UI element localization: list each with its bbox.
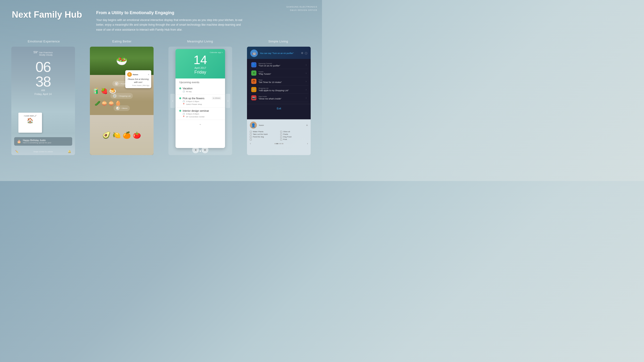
food-list-btn[interactable]: 📋 + Food List [112,81,131,86]
gear-icon[interactable]: ⚙ [301,52,303,55]
header-description: Your day begins with an emotional viscer… [96,18,242,32]
cmd-timer[interactable]: ⏱ Timer "Set Timer for 10 miutes" › [249,77,308,85]
nav-dot-4 [280,143,282,144]
chevron-right-icon: › [306,72,306,74]
timer-icon: ⏱ [251,79,256,84]
event-dot [179,87,181,89]
assistant-avatar: 🤖 [250,49,258,57]
close-icon[interactable]: × [148,73,149,76]
checkbox-trash[interactable] [250,133,252,135]
event-location: SF Convention Center [186,116,204,118]
bottom-bar: ✏️ Swipe screen to unlock 🔔 [11,150,75,153]
cmd-category: TuneIn [258,71,304,73]
info-icon[interactable]: ⓘ [305,52,307,55]
cmd-category: Timer [258,79,304,81]
nav-dot-5 [282,143,283,144]
cmd-view-inside[interactable]: 📷 View Inside "Show me what's inside" › [249,94,308,102]
pause-button[interactable]: ⏸ [192,147,199,153]
food-list-icon: 📋 [115,82,118,85]
nav-right-arrow[interactable]: › [307,142,308,145]
event-location: Julia's Flower shop [186,103,202,105]
minute: 38 [11,74,75,89]
cmd-category: Samsung Connect [258,63,304,64]
bell-icon[interactable]: 🔔 [68,150,71,153]
tunein-icon: + [251,70,256,76]
checklist: Water Plants Olive-oil Take out the tras… [250,131,308,140]
cmd-text: "Show me what's inside" [258,98,304,100]
cmd-text: "Set Timer for 10 miutes" [258,81,304,83]
category-meaningful: Meaningful Living [161,39,239,43]
birthday-subtitle: Here is something special for you! [23,142,52,144]
karen-avatar: K [127,72,132,77]
food-list-label: + Food List [119,83,129,85]
checkbox-pork[interactable] [280,139,282,140]
event-time: 3:00pm-5:00pm [186,113,199,115]
cmd-samsung-connect[interactable]: 🔵 Samsung Connect "Turn on an Air purifi… [249,61,308,69]
checkbox-empty[interactable] [250,139,252,140]
screen-meaningful[interactable]: ‹ › 14 April 2017 Friday Calendar app > … [168,47,232,155]
location-icon: 📍 [182,103,185,105]
samsung-connect-icon: 🔵 [251,62,256,67]
temperature: 59° [34,50,38,54]
sticky-note: I Love mom 🖊 🏠 [18,113,42,133]
checkbox-feed-dog[interactable] [250,136,252,138]
screen-emotional[interactable]: 59° San Francisco Mostly Cloudy 06 38 AM… [11,47,75,155]
settings-button[interactable]: ⚙ [202,147,208,153]
edit-icon[interactable]: ✏️ [15,150,19,153]
weather-display: 59° San Francisco Mostly Cloudy [11,50,75,56]
header: Next Family Hub From a Utility to Emotio… [0,0,322,32]
calendar-link[interactable]: Calendar app > [210,51,223,53]
check-trash: Take out the trash [250,133,278,135]
bottom-items: 🥑 🍋 🍊 🍅 [102,131,141,139]
clock-icon: 🕐 [182,100,185,102]
commands-list: 🔵 Samsung Connect "Turn on an Air purifi… [247,59,311,104]
event-flowers: Pick up the flowers in 20min 🕐 2:00pm-2:… [176,95,225,107]
clock-icon: 🕐 [182,90,185,93]
nav-left[interactable]: ‹ [170,94,175,108]
nav-dot-2 [276,143,278,144]
cmd-tunein[interactable]: + TuneIn "Play TuneIn" › [249,69,308,77]
exit-section[interactable]: Exit [247,104,311,112]
shopping-list-icon: 🛒 [113,94,116,98]
cmd-text: "Play TuneIn" [258,73,304,75]
nav-right[interactable]: › [226,94,230,108]
checklist-panel: 👤 Karen + Water Plants Olive-oil [247,119,311,155]
karen-avatar: 👤 [250,122,257,129]
person-label: Karen [259,124,264,126]
assistant-panel: 🤖 You can say "Turn on an Air purifier" … [247,47,311,120]
bottom-controls: ⏸ ⚙ [168,147,232,153]
nav-left-arrow[interactable]: ‹ [250,142,251,145]
birthday-notification[interactable]: 🎂 Happy Birthday Justin Here is somethin… [14,137,72,146]
check-water-plants: Water Plants [250,131,278,133]
add-icon[interactable]: + [306,123,308,127]
checkbox-water-plants[interactable] [250,131,252,133]
month-year: April 2017 [179,66,221,69]
header-left: Next Family Hub [12,9,82,32]
memo-btn[interactable]: 📝 + Memo [114,105,130,111]
checkbox-olive-oil[interactable] [280,131,282,133]
check-olive-oil: Olive-oil [280,131,308,133]
panel-navigation: ‹ › [250,142,308,145]
food-controls: 📋 + Food List 🛒 + Shopping List 📝 + Memo [110,81,133,111]
cmd-text: "Add apple to my Shopping List" [258,89,304,92]
checkbox-dog-food[interactable] [280,136,282,138]
popup-name: Karen [133,73,138,76]
chevron-right-icon: › [306,88,306,91]
cmd-category: View Inside [258,96,304,97]
screen-simple[interactable]: 🤖 You can say "Turn on an Air purifier" … [247,47,311,155]
swipe-label: Swipe screen to unlock [33,151,52,153]
nav-dot-1 [274,143,276,144]
screen-eating[interactable]: 🥗 🧃 🍓 🍮 🥒 🧅 🧅 🥚 [90,47,154,155]
date-number: 14 [179,54,221,66]
screen-simple-wrapper: 🤖 You can say "Turn on an Air purifier" … [240,47,317,156]
fridge-top: 🥗 🧃 🍓 🍮 🥒 🧅 🧅 🥚 [90,47,154,115]
checkbox-pasta[interactable] [280,133,282,135]
panel-header-row: 👤 Karen + [250,122,308,129]
shopping-list-btn[interactable]: 🛒 + Shopping List [110,93,133,99]
time-display: 06 38 AM Friday, April 14 [11,60,75,95]
shopping-list-label: + Shopping List [118,95,130,97]
cmd-shopping[interactable]: 🛒 Shopping List "Add apple to my Shoppin… [249,85,308,94]
chevron-down-icon[interactable]: ⌄ [199,122,202,126]
view-inside-icon: 📷 [251,95,256,100]
header-icons: ⚙ ⓘ [301,52,307,55]
